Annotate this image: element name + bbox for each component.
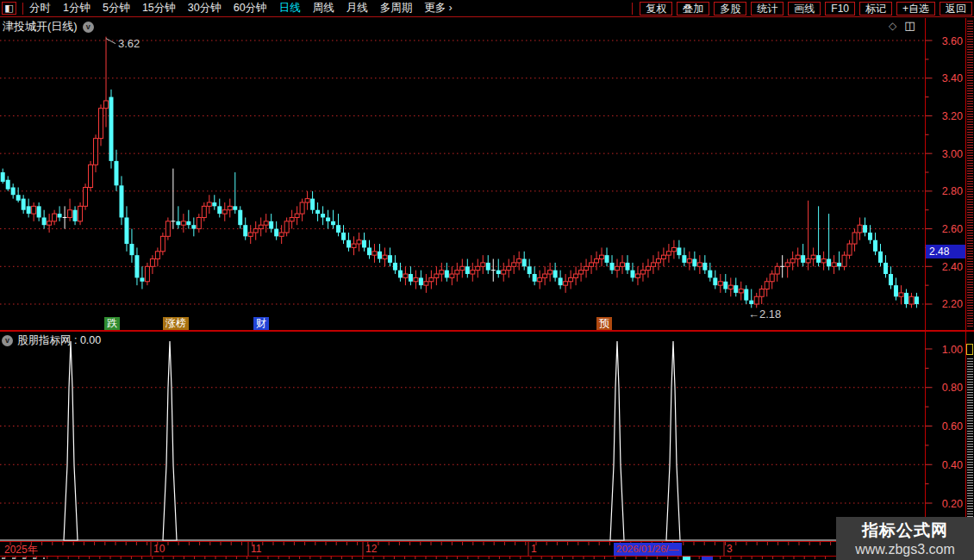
timeframe-item-6[interactable]: 60分钟 <box>234 1 267 16</box>
indicator-title: 股朋指标网 : 0.00 <box>17 333 101 348</box>
chart-annotations: 3.62←2.18 <box>106 37 781 320</box>
timeline-label: 2025年 <box>4 543 38 557</box>
chart-badge[interactable]: 涨榜 <box>163 317 189 330</box>
price-tick-label: 3.00 <box>942 148 963 160</box>
toolbar-button-画线[interactable]: 画线 <box>788 2 821 16</box>
bottom-sliver-blue-fragment <box>702 557 713 560</box>
toolbar-button-复权[interactable]: 复权 <box>640 2 672 16</box>
indicator-tick-label: 0.80 <box>942 382 963 394</box>
toolbar-button-叠加[interactable]: 叠加 <box>677 2 709 16</box>
timeline-label: 11 <box>251 543 261 555</box>
timeframe-item-1[interactable]: 分时 <box>29 1 51 16</box>
indicator-tick-label: 1.00 <box>942 344 963 356</box>
split-window-icon[interactable]: ◫ <box>904 19 915 32</box>
watermark-box: 指标公式网 www.zbgs3.com <box>836 517 974 560</box>
trading-app-window: ◧ 分时1分钟5分钟15分钟30分钟60分钟日线周线月线多周期更多 › 复权叠加… <box>0 0 974 560</box>
price-tick-label: 3.60 <box>942 35 963 47</box>
price-tick-label: 3.20 <box>942 110 963 122</box>
indicator-spikes <box>64 341 680 540</box>
timeframe-item-4[interactable]: 15分钟 <box>142 1 176 16</box>
collapse-chevron-icon[interactable]: v <box>83 22 94 33</box>
indicator-tick-label: 0.60 <box>942 420 963 432</box>
indicator-gridlines <box>0 388 925 503</box>
indicator-collapse-icon[interactable]: v <box>2 335 13 346</box>
price-tick-label: 3.40 <box>942 72 963 84</box>
indicator-tick-label: 0.20 <box>942 498 963 510</box>
top-menubar: ◧ 分时1分钟5分钟15分钟30分钟60分钟日线周线月线多周期更多 › 复权叠加… <box>0 0 974 17</box>
high-price-annotation: 3.62 <box>118 37 140 50</box>
toolbar-button-多股[interactable]: 多股 <box>714 2 746 16</box>
timeframe-item-7[interactable]: 日线 <box>279 1 301 16</box>
price-tick-label: 2.60 <box>942 223 963 235</box>
menubar-divider <box>22 3 23 15</box>
right-miniruler-flag <box>966 344 973 355</box>
timeframe-item-8[interactable]: 周线 <box>313 1 334 16</box>
chart-badge[interactable]: 财 <box>253 317 269 330</box>
timeframe-menu: 分时1分钟5分钟15分钟30分钟60分钟日线周线月线多周期更多 › <box>29 1 453 16</box>
timeframe-item-3[interactable]: 5分钟 <box>103 1 130 16</box>
candlestick-series <box>1 37 919 308</box>
signal-spike <box>666 341 680 540</box>
price-tick-label: 2.20 <box>942 298 963 310</box>
timeline-ticks <box>10 542 915 545</box>
window-layout-icon[interactable]: ◧ <box>2 2 16 15</box>
right-miniruler-main <box>967 21 973 327</box>
timeframe-menu-group: ◧ 分时1分钟5分钟15分钟30分钟60分钟日线周线月线多周期更多 › <box>0 1 453 16</box>
signal-spike <box>64 341 78 540</box>
main-price-axis: 3.603.403.203.002.802.602.402.20 <box>926 35 964 311</box>
toolbar-button-F10[interactable]: F10 <box>825 2 855 16</box>
signal-spike <box>610 341 624 540</box>
watermark-site-name: 指标公式网 <box>836 520 974 542</box>
toolbar-button-返回[interactable]: 返回 <box>940 2 972 16</box>
chart-badge[interactable]: 预 <box>596 317 612 330</box>
bottom-sliver-dashes <box>2 557 45 559</box>
price-tick-label: 2.80 <box>942 185 963 197</box>
chart-badge[interactable]: 跌 <box>104 317 120 330</box>
bottom-sliver-cyan-fragment <box>683 557 690 560</box>
timeframe-item-5[interactable]: 30分钟 <box>188 1 222 16</box>
timeline-label: 1 <box>531 543 537 555</box>
chart-title-row: 津投城开(日线) v <box>3 19 94 34</box>
timeframe-item-2[interactable]: 1分钟 <box>63 1 91 16</box>
timeline-label: 3 <box>727 543 733 555</box>
chart-canvas: 3.62←2.183.603.403.203.002.802.602.402.2… <box>0 0 974 560</box>
indicator-value-axis: 1.000.800.600.400.20 <box>926 344 964 523</box>
toolbar-divider <box>632 3 633 15</box>
timeframe-item-10[interactable]: 多周期 <box>380 1 413 16</box>
timeline-label: 12 <box>365 543 377 555</box>
toolbar-button-+自选[interactable]: +自选 <box>896 2 935 16</box>
indicator-tick-label: 0.40 <box>942 459 963 471</box>
main-gridlines <box>0 40 925 304</box>
frame-lines <box>0 18 974 557</box>
watermark-url: www.zbgs3.com <box>836 542 974 557</box>
signal-spike <box>163 341 177 540</box>
chart-title: 津投城开(日线) <box>3 19 78 34</box>
timeline-date-highlight: 2026/01/26/— <box>614 543 682 556</box>
price-tick-label: 2.40 <box>942 261 963 273</box>
right-miniruler-indicator <box>967 358 973 539</box>
toolbar-button-标记[interactable]: 标记 <box>859 2 892 16</box>
indicator-title-row: v 股朋指标网 : 0.00 <box>2 333 101 348</box>
timeline-label: 10 <box>153 543 165 555</box>
chart-corner-icons: ◇ ◫ <box>889 19 915 32</box>
timeframe-item-9[interactable]: 月线 <box>347 1 368 16</box>
timeframe-item-11[interactable]: 更多 › <box>424 1 453 16</box>
toolbar-buttons: 复权叠加多股统计画线F10标记+自选返回 <box>632 2 974 16</box>
last-price-tag: 2.48 <box>926 245 965 258</box>
toolbar-button-统计[interactable]: 统计 <box>751 2 784 16</box>
diamond-icon[interactable]: ◇ <box>889 20 896 32</box>
low-price-annotation: ←2.18 <box>748 308 781 320</box>
